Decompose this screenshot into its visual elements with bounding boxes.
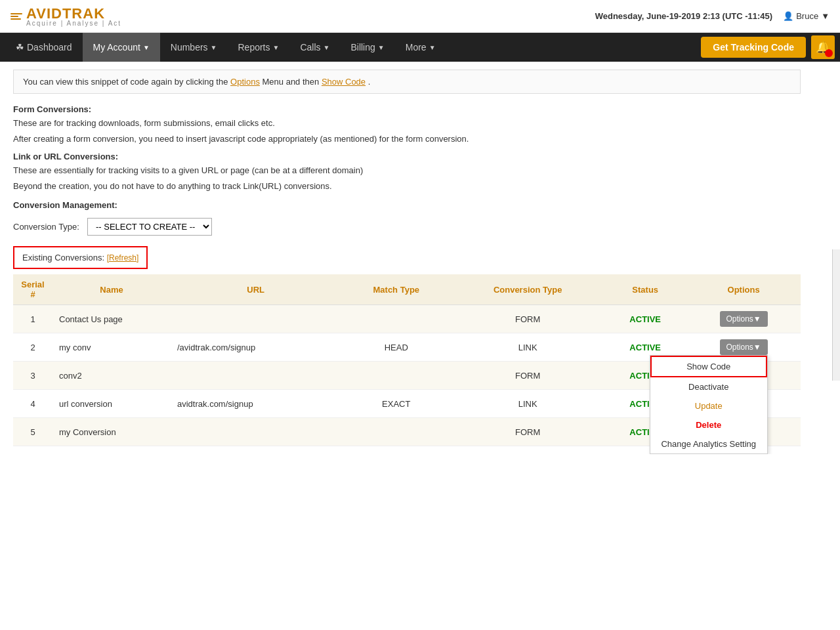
col-match-type: Match Type [341,274,452,305]
cell-match-type [341,362,452,390]
options-button[interactable]: Options▼ [720,311,768,327]
cell-match-type: HEAD [341,333,452,362]
update-menu-item[interactable]: Update [650,396,767,415]
cell-conv-type: FORM [452,305,604,333]
options-link[interactable]: Options [230,77,260,87]
nav-item-reports[interactable]: Reports ▼ [227,33,289,62]
cell-name: my conv [52,333,171,362]
main-content: You can view this snippet of code again … [0,62,814,454]
show-code-menu-item[interactable]: Show Code [650,356,767,377]
cell-serial: 2 [13,333,52,362]
cell-name: Contact Us page [52,305,171,333]
nav-item-more[interactable]: More ▼ [395,33,446,62]
col-url: URL [171,274,341,305]
cell-conv-type: LINK [452,333,604,362]
link-url-line3: These are essentially for tracking visit… [13,164,801,177]
user-dropdown-caret: ▼ [821,11,830,21]
scroll-indicator[interactable] [832,249,840,381]
refresh-link[interactable]: [Refresh] [107,253,139,262]
col-status: Status [604,274,686,305]
cell-serial: 4 [13,390,52,418]
cell-conv-type: FORM [452,362,604,390]
nav-bar: ☘ Dashboard My Account ▼ Numbers ▼ Repor… [0,33,840,62]
nav-item-numbers[interactable]: Numbers ▼ [160,33,228,62]
header-user[interactable]: 👤 Bruce ▼ [783,11,830,21]
nav-item-my-account[interactable]: My Account ▼ [83,33,160,62]
table-row: 1Contact Us pageFORMACTIVEOptions▼ [13,305,801,333]
link-url-title: Link or URL Conversions: [13,152,801,161]
options-dropdown-menu: Show CodeDeactivateUpdateDeleteChange An… [650,355,768,454]
col-name: Name [52,274,171,305]
top-header: AVIDTRAK Acquire | Analyse | Act Wednesd… [0,0,840,33]
cell-conv-type: LINK [452,390,604,418]
nav-label-dashboard: Dashboard [27,42,72,52]
form-conversions-line1: These are for tracking downloads, form s… [13,117,801,130]
cell-status: ACTIVE [604,305,686,333]
cell-serial: 1 [13,305,52,333]
cell-serial: 5 [13,418,52,446]
nav-item-billing[interactable]: Billing ▼ [340,33,394,62]
billing-caret: ▼ [378,44,385,51]
conversions-table: Serial # Name URL Match Type Conversion … [13,274,801,446]
table-body: 1Contact Us pageFORMACTIVEOptions▼2my co… [13,305,801,446]
nav-label-reports: Reports [238,42,270,52]
info-end-text: . [368,77,371,87]
nav-left: ☘ Dashboard My Account ▼ Numbers ▼ Repor… [5,33,446,62]
nav-label-more: More [406,42,427,52]
info-box: You can view this snippet of code again … [13,70,801,94]
form-conversions-section: Form Conversions: These are for tracking… [13,104,801,210]
change-analytics-menu-item[interactable]: Change Analytics Setting [650,434,767,453]
notifications-icon-box[interactable]: 🔔 [811,35,835,59]
conversion-type-select[interactable]: -- SELECT TO CREATE -- Form Conversion L… [87,218,212,236]
cell-name: conv2 [52,362,171,390]
cell-url: avidtrak.com/signup [171,390,341,418]
cell-match-type: EXACT [341,390,452,418]
logo-sub: Acquire | Analyse | Act [26,20,121,27]
user-icon: 👤 [783,11,793,21]
nav-item-dashboard[interactable]: ☘ Dashboard [5,33,83,62]
dashboard-icon: ☘ [16,42,24,52]
cell-options: Options▼Show CodeDeactivateUpdateDeleteC… [686,333,801,362]
nav-right: Get Tracking Code 🔔 [701,33,835,62]
cell-url [171,362,341,390]
nav-label-calls: Calls [300,42,320,52]
conversion-type-row: Conversion Type: -- SELECT TO CREATE -- … [13,218,801,236]
get-tracking-code-button[interactable]: Get Tracking Code [701,37,806,58]
nav-label-my-account: My Account [93,42,140,52]
notification-badge [825,49,833,57]
cell-match-type [341,305,452,333]
cell-name: url conversion [52,390,171,418]
cell-url [171,305,341,333]
show-code-link[interactable]: Show Code [322,77,366,87]
delete-menu-item[interactable]: Delete [650,415,767,434]
existing-conversions-box: Existing Conversions: [Refresh] [13,246,148,269]
options-dropdown: Options▼Show CodeDeactivateUpdateDeleteC… [720,339,768,355]
col-serial: Serial # [13,274,52,305]
logo: AVIDTRAK Acquire | Analyse | Act [10,5,121,27]
nav-label-billing: Billing [350,42,375,52]
options-button[interactable]: Options▼ [720,339,768,355]
nav-item-calls[interactable]: Calls ▼ [289,33,340,62]
table-header: Serial # Name URL Match Type Conversion … [13,274,801,305]
link-url-line4: Beyond the creation, you do not have to … [13,180,801,193]
calls-caret: ▼ [324,44,330,51]
username: Bruce [796,11,818,21]
my-account-caret: ▼ [143,44,150,51]
cell-conv-type: FORM [452,418,604,446]
conversion-mgmt-title: Conversion Management: [13,200,801,210]
cell-match-type [341,418,452,446]
cell-serial: 3 [13,362,52,390]
reports-caret: ▼ [273,44,280,51]
nav-label-numbers: Numbers [171,42,208,52]
header-right: Wednesday, June-19-2019 2:13 (UTC -11:45… [595,11,830,21]
numbers-caret: ▼ [211,44,217,51]
cell-name: my Conversion [52,418,171,446]
cell-url [171,418,341,446]
cell-url: /avidtrak.com/signup [171,333,341,362]
more-caret: ▼ [429,44,436,51]
table-row: 2my conv/avidtrak.com/signupHEADLINKACTI… [13,333,801,362]
header-datetime: Wednesday, June-19-2019 2:13 (UTC -11:45… [595,11,772,21]
cell-options: Options▼ [686,305,801,333]
col-options: Options [686,274,801,305]
deactivate-menu-item[interactable]: Deactivate [650,377,767,396]
